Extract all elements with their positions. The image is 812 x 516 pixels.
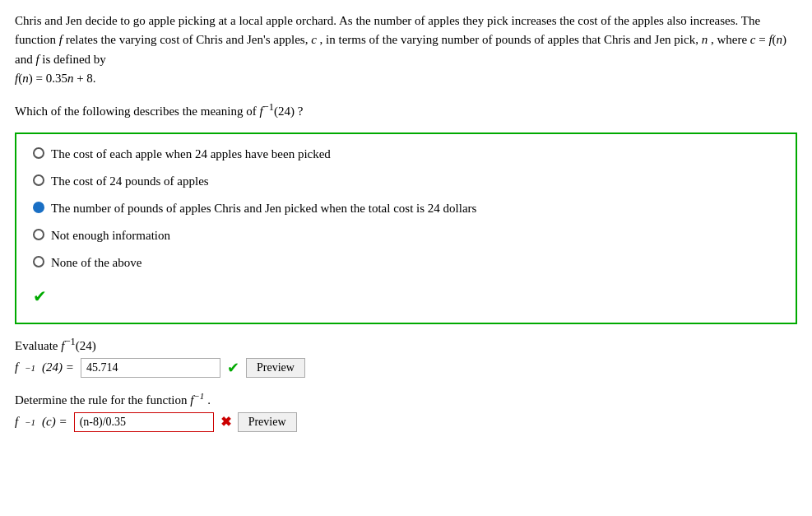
determine-preview-button[interactable]: Preview xyxy=(238,412,297,432)
determine-section: Determine the rule for the function f−1 … xyxy=(15,391,797,432)
option-4-label: Not enough information xyxy=(51,227,170,244)
radio-3[interactable] xyxy=(33,202,44,213)
determine-title: Determine the rule for the function f−1 … xyxy=(15,391,797,407)
radio-4[interactable] xyxy=(33,229,44,240)
evaluate-row: f−1(24) = ✔ Preview xyxy=(15,358,797,378)
evaluate-input[interactable] xyxy=(81,358,220,378)
radio-1[interactable] xyxy=(33,147,44,159)
option-2-label: The cost of 24 pounds of apples xyxy=(51,173,209,190)
determine-input[interactable] xyxy=(74,412,214,432)
answer-box: The cost of each apple when 24 apples ha… xyxy=(15,132,797,324)
problem-text: Chris and Jen decide to go apple picking… xyxy=(15,12,797,88)
determine-label-end: (c) = xyxy=(42,415,67,429)
radio-2[interactable] xyxy=(33,174,44,186)
option-2[interactable]: The cost of 24 pounds of apples xyxy=(33,173,779,190)
main-container: Chris and Jen decide to go apple picking… xyxy=(0,0,812,457)
determine-label: f xyxy=(15,415,18,429)
option-5-label: None of the above xyxy=(51,254,142,272)
option-1-label: The cost of each apple when 24 apples ha… xyxy=(51,146,331,163)
answer-correct-icon: ✔ xyxy=(33,286,47,306)
determine-label-sup: −1 xyxy=(25,417,35,427)
option-4[interactable]: Not enough information xyxy=(33,227,779,244)
determine-title-sup: −1 xyxy=(193,391,204,401)
problem-line1: Chris and Jen decide to go apple picking… xyxy=(15,14,786,66)
option-5[interactable]: None of the above xyxy=(33,254,779,272)
question-sup: −1 xyxy=(263,101,274,113)
determine-incorrect-icon: ✖ xyxy=(220,414,231,430)
evaluate-section: Evaluate f−1(24) f−1(24) = ✔ Preview xyxy=(15,336,797,378)
answer-box-footer: ✔ xyxy=(33,281,779,306)
evaluate-correct-icon: ✔ xyxy=(227,359,239,377)
determine-row: f−1(c) = ✖ Preview xyxy=(15,412,797,432)
evaluate-title-sup: −1 xyxy=(64,336,75,347)
evaluate-label: f xyxy=(15,360,18,374)
option-3-label: The number of pounds of apples Chris and… xyxy=(51,200,476,217)
evaluate-preview-button[interactable]: Preview xyxy=(246,358,305,378)
question-text: Which of the following describes the mea… xyxy=(15,100,797,121)
evaluate-label-end: (24) = xyxy=(42,360,74,374)
option-3[interactable]: The number of pounds of apples Chris and… xyxy=(33,200,779,217)
radio-5[interactable] xyxy=(33,256,44,267)
option-1[interactable]: The cost of each apple when 24 apples ha… xyxy=(33,146,779,163)
evaluate-title: Evaluate f−1(24) xyxy=(15,336,797,353)
formula: f(n) = 0.35n + 8. xyxy=(15,72,96,85)
evaluate-label-sup: −1 xyxy=(25,363,35,373)
